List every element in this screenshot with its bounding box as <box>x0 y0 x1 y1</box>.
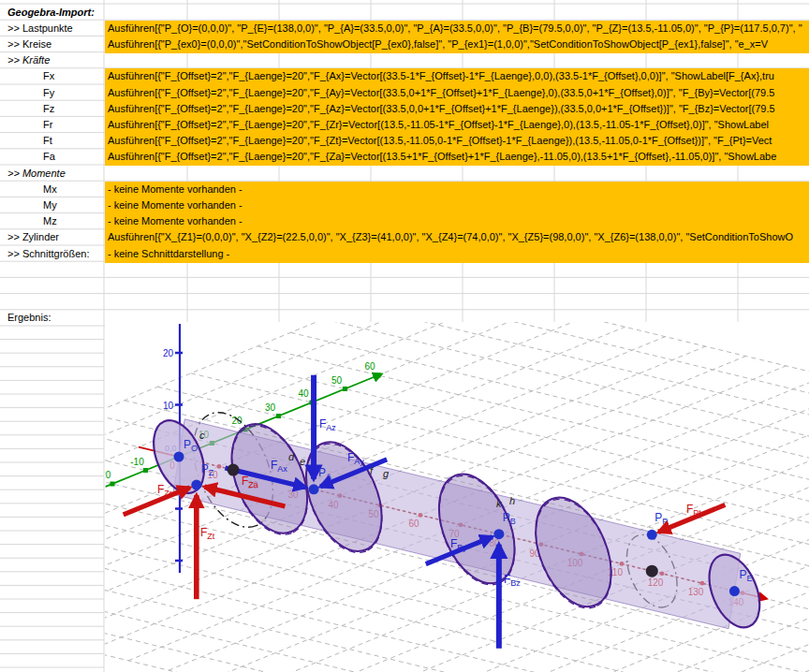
sheet-cell-value[interactable]: - keine Momente vorhanden - <box>105 213 809 230</box>
sheet-cell-label[interactable]: Ergebnis: <box>0 310 110 327</box>
sheet-cell-label[interactable]: Fy <box>0 85 146 102</box>
svg-text:d: d <box>288 451 295 462</box>
sheet-cell-value[interactable]: - keine Momente vorhanden - <box>105 182 809 198</box>
svg-text:40: 40 <box>298 388 309 399</box>
sheet-cell-label[interactable]: >> Zylinder <box>0 229 110 246</box>
sheet-cell-label[interactable]: Fx <box>0 68 146 85</box>
svg-text:k: k <box>496 498 502 509</box>
svg-text:g: g <box>383 468 390 479</box>
sheet-cell-label[interactable]: Mx <box>0 182 146 198</box>
sheet-cell-label[interactable]: Ft <box>0 133 146 150</box>
sheet-cell-label[interactable]: Fr <box>0 117 146 134</box>
sheet-cell-value[interactable]: Ausführen[{"F_{Offset}=2","F_{Laenge}=20… <box>105 149 809 166</box>
sheet-cell-value[interactable]: Ausführen[{"X_{Z1}=(0,0,0)", "X_{Z2}=(22… <box>105 229 809 246</box>
svg-text:60: 60 <box>364 361 375 372</box>
sheet-cell-label[interactable]: >> Momente <box>0 166 110 183</box>
sheet-cell-value[interactable]: Ausführen[{"F_{Offset}=2","F_{Laenge}=20… <box>105 133 809 150</box>
sheet-cell-value[interactable]: - keine Schnittdarstellung - <box>105 246 809 263</box>
sheet-cell-value[interactable]: Ausführen[{"F_{Offset}=2","F_{Laenge}=20… <box>105 101 809 118</box>
svg-text:c: c <box>199 430 205 441</box>
sheet-cell-label[interactable]: Mz <box>0 213 146 230</box>
sheet-cell-value[interactable]: Ausführen[{"P_{O}=(0,0,0)", "P_{E}=(138,… <box>105 21 809 37</box>
svg-text:e: e <box>300 456 305 467</box>
sheet-cell-value[interactable]: - keine Momente vorhanden - <box>105 197 809 214</box>
sheet-cell-label[interactable]: My <box>0 197 146 214</box>
svg-text:-10: -10 <box>130 457 144 467</box>
spreadsheet-window: { "sheet": { "header_label": "Geogebra-I… <box>0 0 809 672</box>
sheet-cell-label[interactable]: Fz <box>0 101 146 118</box>
sheet-cell-label[interactable]: >> Lastpunkte <box>0 21 110 37</box>
svg-text:h: h <box>509 495 515 506</box>
sheet-cell-value[interactable]: Ausführen[{"F_{Offset}=2","F_{Laenge}=20… <box>105 85 809 102</box>
sheet-cell-label[interactable]: Fa <box>0 149 146 166</box>
sheet-cell-label[interactable]: >> Kreise <box>0 37 110 53</box>
sheet-cell-label[interactable]: >> Schnittgrößen: <box>0 246 110 263</box>
svg-text:30: 30 <box>265 402 276 413</box>
sheet-cell-label[interactable]: >> Kräfte <box>0 52 110 69</box>
svg-text:50: 50 <box>331 375 343 386</box>
svg-text:-20: -20 <box>105 470 111 480</box>
sheet-cell-value[interactable]: Ausführen[{"F_{Offset}=2","F_{Laenge}=20… <box>105 68 809 85</box>
svg-text:10: 10 <box>163 401 174 411</box>
geogebra-3d-view[interactable]: -20-101020304050601020010203040506070809… <box>105 322 809 672</box>
svg-text:20: 20 <box>231 416 243 426</box>
sheet-cell-value[interactable]: Ausführen[{"F_{Offset}=2","F_{Laenge}=20… <box>105 117 809 134</box>
svg-text:20: 20 <box>163 348 174 358</box>
sheet-cell-value[interactable]: Ausführen[{"P_{ex0}=(0,0,0)","SetConditi… <box>105 37 809 53</box>
sheet-cell-label[interactable]: Geogebra-Import: <box>0 5 110 22</box>
